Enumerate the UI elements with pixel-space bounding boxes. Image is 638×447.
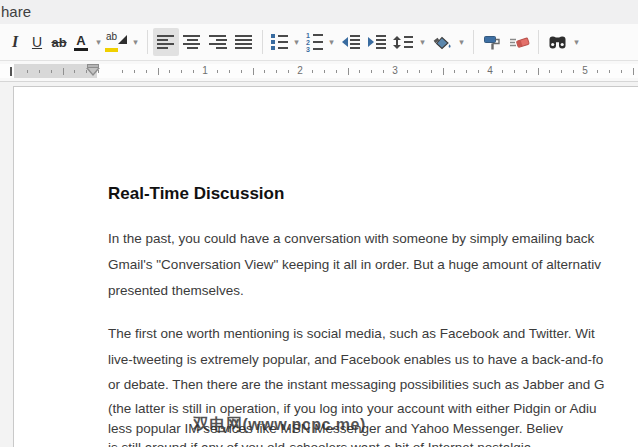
ruler-tick bbox=[27, 70, 28, 73]
app-window: hare I U ab A ▾ ab ▾ bbox=[0, 0, 638, 447]
document-text-line[interactable]: presented themselves. bbox=[108, 283, 244, 298]
binoculars-icon bbox=[547, 34, 568, 51]
ruler-tick bbox=[359, 70, 360, 73]
ruler-tick bbox=[134, 70, 135, 73]
ruler-tick bbox=[253, 68, 254, 75]
find-dropdown[interactable]: ▾ bbox=[570, 28, 583, 56]
ruler-tick bbox=[122, 70, 123, 73]
ruler-tick bbox=[63, 68, 64, 75]
ruler-tick bbox=[276, 70, 277, 73]
fill-color-button[interactable] bbox=[429, 28, 455, 56]
paint-bucket-icon bbox=[432, 34, 452, 51]
toolbar-separator bbox=[262, 30, 263, 54]
ruler-tick bbox=[633, 68, 634, 75]
align-left-button[interactable] bbox=[153, 28, 179, 56]
increase-indent-icon bbox=[368, 35, 386, 49]
ruler-tick bbox=[217, 70, 218, 73]
align-justify-button[interactable] bbox=[231, 28, 257, 56]
align-right-icon bbox=[209, 35, 227, 49]
fill-color-dropdown[interactable]: ▾ bbox=[455, 28, 468, 56]
ruler-tick bbox=[146, 70, 147, 73]
bullet-list-button[interactable] bbox=[268, 28, 290, 56]
numbered-list-icon: 1 2 3 bbox=[306, 33, 323, 52]
numbered-list-dropdown[interactable]: ▾ bbox=[325, 28, 338, 56]
numbered-list-button[interactable]: 1 2 3 bbox=[303, 28, 325, 56]
strikethrough-button[interactable]: ab bbox=[48, 28, 70, 56]
clear-formatting-button[interactable] bbox=[505, 28, 533, 56]
ruler-tick bbox=[419, 70, 420, 73]
document-text-line[interactable]: or debate. Then there are the instant me… bbox=[108, 377, 605, 392]
share-menu[interactable]: hare bbox=[1, 3, 31, 20]
paint-roller-icon bbox=[483, 34, 501, 51]
document-text-line[interactable]: The first one worth mentioning is social… bbox=[108, 326, 595, 341]
ruler-tick bbox=[39, 70, 40, 73]
decrease-indent-button[interactable] bbox=[338, 28, 364, 56]
ruler-tick bbox=[312, 70, 313, 73]
line-spacing-dropdown[interactable]: ▾ bbox=[416, 28, 429, 56]
align-justify-icon bbox=[235, 35, 253, 49]
align-center-icon bbox=[183, 35, 201, 49]
font-color-icon: A bbox=[74, 34, 88, 51]
document-heading[interactable]: Real-Time Discussion bbox=[108, 184, 284, 204]
toolbar-separator bbox=[147, 30, 148, 54]
ruler-tick bbox=[348, 68, 349, 75]
formatting-toolbar: I U ab A ▾ ab ▾ ▾ bbox=[0, 24, 638, 61]
ruler-tick bbox=[407, 70, 408, 73]
horizontal-ruler[interactable]: 12345 bbox=[0, 61, 638, 82]
ruler-tick bbox=[561, 70, 562, 73]
document-text-line[interactable]: Gmail's "Conversation View" keeping it a… bbox=[108, 257, 601, 272]
format-painter-button[interactable] bbox=[479, 28, 505, 56]
italic-button[interactable]: I bbox=[4, 28, 26, 56]
ruler-tick bbox=[466, 70, 467, 73]
site-watermark: 双电网(www.pcpc.me) bbox=[193, 415, 366, 436]
ruler-tick bbox=[383, 70, 384, 73]
font-color-dropdown[interactable]: ▾ bbox=[92, 28, 105, 56]
ruler-tick bbox=[478, 70, 479, 73]
align-center-button[interactable] bbox=[179, 28, 205, 56]
ruler-inch-label: 2 bbox=[297, 65, 303, 76]
ruler-tick bbox=[597, 70, 598, 73]
ruler-tick bbox=[514, 70, 515, 73]
ruler-tick bbox=[549, 70, 550, 73]
document-text-line[interactable]: is still around if any of you old-school… bbox=[108, 440, 535, 447]
ruler-inch-label: 5 bbox=[582, 65, 588, 76]
highlight-button[interactable]: ab bbox=[105, 28, 129, 56]
toolbar-separator bbox=[538, 30, 539, 54]
increase-indent-button[interactable] bbox=[364, 28, 390, 56]
ruler-tick bbox=[51, 70, 52, 73]
highlight-icon: ab bbox=[105, 31, 129, 53]
ruler-tick bbox=[431, 70, 432, 73]
ruler-tick bbox=[158, 68, 159, 75]
document-text-line[interactable]: (the latter is still in operation, if yo… bbox=[108, 401, 597, 416]
italic-icon: I bbox=[12, 33, 18, 51]
document-text-line[interactable]: In the past, you could have a conversati… bbox=[108, 231, 594, 246]
ruler-tick bbox=[98, 70, 99, 73]
ruler-tick bbox=[169, 70, 170, 73]
ruler-tick bbox=[181, 70, 182, 73]
align-left-icon bbox=[157, 35, 175, 49]
ruler-tick bbox=[502, 70, 503, 73]
bullet-list-dropdown[interactable]: ▾ bbox=[290, 28, 303, 56]
title-bar: hare bbox=[0, 0, 638, 24]
bullet-list-icon bbox=[271, 34, 288, 50]
highlight-dropdown[interactable]: ▾ bbox=[129, 28, 142, 56]
ruler-inch-label: 4 bbox=[487, 65, 493, 76]
hanging-indent-handle[interactable] bbox=[88, 68, 98, 74]
underline-button[interactable]: U bbox=[26, 28, 48, 56]
ruler-tick bbox=[229, 70, 230, 73]
underline-icon: U bbox=[32, 34, 42, 50]
toolbar-separator bbox=[473, 30, 474, 54]
ruler-tick bbox=[573, 70, 574, 73]
document-text-line[interactable]: live-tweeting is extremely popular, and … bbox=[108, 352, 603, 367]
decrease-indent-icon bbox=[342, 35, 360, 49]
line-spacing-icon bbox=[393, 36, 413, 49]
ruler-tick bbox=[621, 70, 622, 73]
find-button[interactable] bbox=[544, 28, 570, 56]
line-spacing-button[interactable] bbox=[390, 28, 416, 56]
ruler-tick bbox=[74, 70, 75, 73]
eraser-icon bbox=[509, 34, 530, 51]
align-right-button[interactable] bbox=[205, 28, 231, 56]
ruler-tick bbox=[454, 70, 455, 73]
font-color-button[interactable]: A bbox=[70, 28, 92, 56]
ruler-band: 12345 bbox=[0, 64, 638, 78]
